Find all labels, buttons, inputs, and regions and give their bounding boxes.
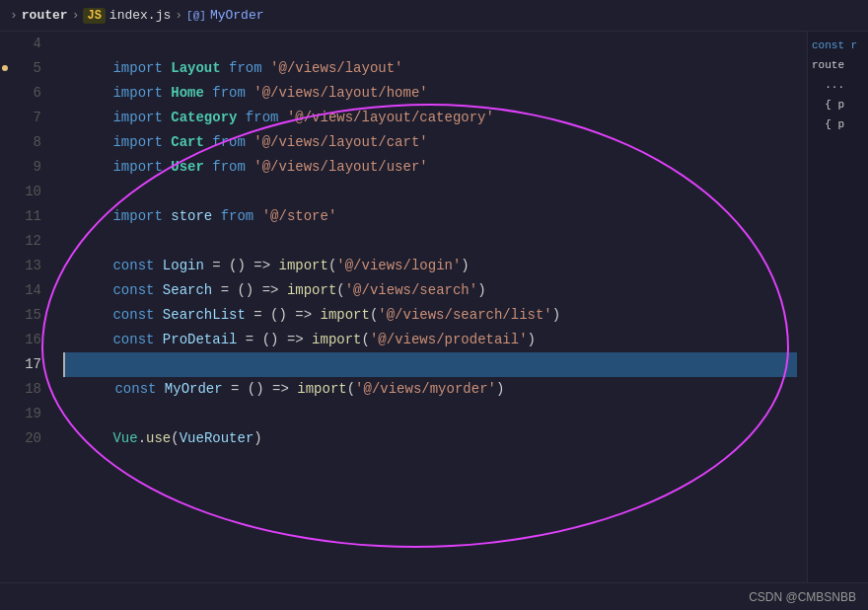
ln-9: 9 [22, 155, 41, 180]
ln-18: 18 [22, 377, 41, 402]
ln-6: 6 [22, 81, 41, 106]
side-panel-line-1: const r [812, 36, 864, 55]
ln-15: 15 [22, 303, 41, 328]
code-editor[interactable]: import Layout from '@/views/layout' impo… [53, 32, 807, 582]
ln-10: 10 [22, 180, 41, 204]
ind-10 [0, 180, 14, 204]
code-line-8: import User from '@/views/layout/user' [63, 130, 797, 155]
code-line-14: const SearchList = () => import('@/views… [63, 278, 797, 303]
code-line-7: import Cart from '@/views/layout/cart' [63, 106, 797, 130]
code-line-10: import store from '@/store' [63, 180, 797, 204]
ln-4: 4 [22, 32, 41, 56]
ln-12: 12 [22, 229, 41, 254]
code-line-18 [63, 377, 797, 402]
ln-8: 8 [22, 130, 41, 155]
side-panel-line-2: route [812, 55, 864, 75]
code-line-12: const Login = () => import('@/views/logi… [63, 229, 797, 254]
breadcrumb-sep-arrow: › [10, 8, 18, 23]
breadcrumb-js-badge: JS [83, 8, 105, 24]
watermark: CSDN @CMBSNBB [749, 590, 856, 604]
side-panel: const r route ... { p { p [807, 32, 868, 582]
ln-11: 11 [22, 204, 41, 229]
ind-14 [0, 278, 14, 303]
ln-14: 14 [22, 278, 41, 303]
code-line-17: const MyOrder = () => import('@/views/my… [63, 352, 797, 377]
breadcrumb-symbol[interactable]: MyOrder [210, 8, 264, 23]
breadcrumb-symbol-icon: [@] [186, 10, 206, 22]
ind-8 [0, 130, 14, 155]
code-line-13: const Search = () => import('@/views/sea… [63, 254, 797, 278]
ind-19 [0, 402, 14, 426]
code-line-5: import Home from '@/views/layout/home' [63, 56, 797, 81]
ind-20 [0, 426, 14, 451]
ind-7 [0, 106, 14, 130]
side-panel-line-4: { p [812, 95, 864, 114]
ind-5 [0, 56, 14, 81]
code-line-4: import Layout from '@/views/layout' [63, 32, 797, 56]
breadcrumb: › router › JS index.js › [@] MyOrder [0, 0, 868, 32]
side-panel-line-5: { p [812, 114, 864, 134]
ln-20: 20 [22, 426, 41, 451]
ln-13: 13 [22, 254, 41, 278]
line-numbers: 4 5 6 7 8 9 10 11 12 13 14 15 16 17 18 1… [14, 32, 53, 582]
breadcrumb-sep2: › [72, 8, 80, 23]
code-line-16: const Pay = () => import('@/views/pay') [63, 328, 797, 352]
ln-19: 19 [22, 402, 41, 426]
ind-6 [0, 81, 14, 106]
ind-11 [0, 204, 14, 229]
bottom-bar: CSDN @CMBSNBB [0, 582, 868, 610]
code-line-19: Vue.use(VueRouter) [63, 402, 797, 426]
ind-17 [0, 352, 14, 377]
ind-18 [0, 377, 14, 402]
code-line-15: const ProDetail = () => import('@/views/… [63, 303, 797, 328]
code-line-11 [63, 204, 797, 229]
breakpoint-dot [2, 65, 8, 71]
ind-12 [0, 229, 14, 254]
code-line-20 [63, 426, 797, 451]
ind-15 [0, 303, 14, 328]
ind-16 [0, 328, 14, 352]
ind-9 [0, 155, 14, 180]
editor-container: 4 5 6 7 8 9 10 11 12 13 14 15 16 17 18 1… [0, 32, 868, 582]
ln-7: 7 [22, 106, 41, 130]
indicator-column [0, 32, 14, 582]
code-line-9 [63, 155, 797, 180]
ind-4 [0, 32, 14, 56]
ln-16: 16 [22, 328, 41, 352]
side-panel-line-3: ... [812, 75, 864, 95]
ind-13 [0, 254, 14, 278]
breadcrumb-sep3: › [175, 8, 182, 23]
breadcrumb-file[interactable]: index.js [109, 8, 171, 23]
ln-5: 5 [22, 56, 41, 81]
code-line-6: import Category from '@/views/layout/cat… [63, 81, 797, 106]
ln-17: 17 [22, 352, 41, 377]
breadcrumb-router[interactable]: router [22, 8, 68, 23]
